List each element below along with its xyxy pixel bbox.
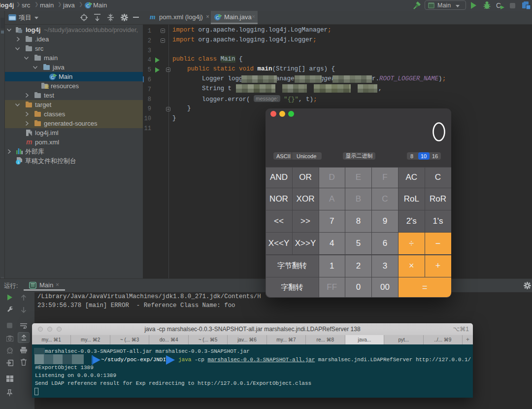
svg-text:C: C — [496, 1, 501, 9]
